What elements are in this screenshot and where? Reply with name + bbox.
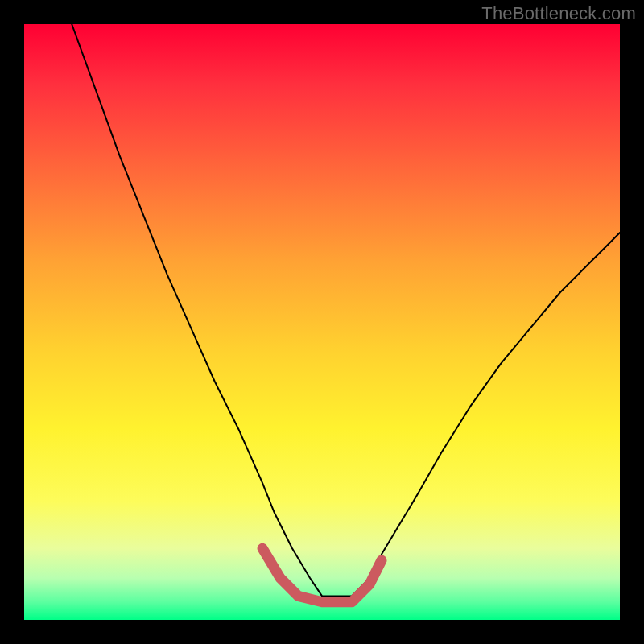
chart-frame: TheBottleneck.com — [0, 0, 644, 644]
main-curve — [72, 24, 620, 596]
plot-area — [24, 24, 620, 620]
rounded-bottom-highlight — [262, 548, 382, 602]
plot-svg — [24, 24, 620, 620]
watermark-text: TheBottleneck.com — [481, 3, 636, 24]
